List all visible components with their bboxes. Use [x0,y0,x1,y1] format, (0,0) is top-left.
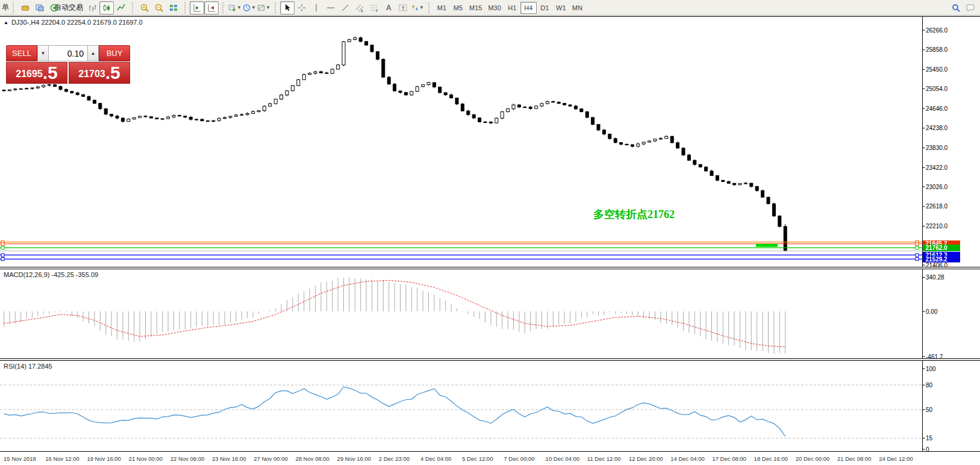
periods-button[interactable]: ▼ [242,1,257,14]
line-handle[interactable] [916,254,919,257]
line-handle[interactable] [916,258,919,261]
tile-windows-button[interactable] [166,1,181,14]
horizontal-line-button[interactable] [323,1,338,14]
label-icon: T [398,3,408,13]
dropdown-arrow-icon[interactable]: ▼ [419,5,424,10]
text-button[interactable]: A [381,1,396,14]
channel-icon: E [355,3,364,13]
timeframe-d1-button[interactable]: D1 [537,2,553,14]
tile-windows-icon [169,3,178,13]
candle-body [478,118,481,122]
timeframe-m15-button[interactable]: M15 [466,2,485,14]
autotrade-button[interactable]: 自动交易 [61,1,76,14]
timeframe-m30-button[interactable]: M30 [485,2,504,14]
candle-body [269,104,272,106]
timeframe-h1-button[interactable]: H1 [504,2,520,14]
line-handle[interactable] [916,242,919,245]
candle-body [620,143,623,145]
time-axis-label: 14 Dec 04:00 [670,455,705,462]
auto-scroll-button[interactable] [190,1,204,14]
market-watch-icon[interactable] [18,1,33,14]
timeframe-m5-button[interactable]: M5 [450,2,466,14]
label-button[interactable]: T [396,1,410,14]
candle-body [507,109,510,112]
timeframe-m1-button[interactable]: M1 [434,2,450,14]
candlestick-chart-canvas[interactable]: 26266.025858.025450.025054.024646.024238… [0,17,980,267]
window-icon[interactable] [33,1,47,14]
line-handle[interactable] [1,242,4,245]
time-axis[interactable]: 15 Nov 201816 Nov 12:0019 Nov 16:0021 No… [0,452,980,465]
bar-chart-button[interactable] [85,1,99,14]
volume-increase-button[interactable]: ▲ [87,45,99,61]
candle-body [2,90,5,91]
volume-input[interactable] [49,45,87,61]
line-handle[interactable] [1,258,4,261]
cursor-button[interactable] [280,1,295,14]
macd-axis-label: 0.00 [926,308,938,315]
collapse-triangle-icon[interactable]: ▲ [4,20,8,25]
line-chart-button[interactable] [114,1,128,14]
line-handle[interactable] [1,246,4,249]
candle-body [76,93,79,95]
candle-body [444,93,447,95]
zoom-in-button[interactable] [137,1,152,14]
templates-button[interactable]: ▼ [257,1,271,14]
trend-turning-point-annotation[interactable]: 多空转折点21762 [593,207,675,222]
candlestick-button[interactable] [99,1,114,14]
candle-body [14,89,17,90]
dropdown-arrow-icon[interactable]: ▼ [251,5,256,10]
time-axis-label: 20 Dec 00:00 [796,455,830,462]
candle-body [149,117,152,118]
new-chart-icon [228,3,236,13]
timeframe-h4-button[interactable]: H4 [520,2,537,14]
trendline-button[interactable] [338,1,352,14]
line-handle[interactable] [916,246,919,249]
macd-indicator-pane[interactable]: 340.280.00-461.7 MACD(12,26,9) -425.25 -… [0,269,980,359]
buy-price-display[interactable]: 21703.5 [69,62,130,84]
macd-chart-canvas[interactable]: 340.280.00-461.7 [0,269,980,358]
candle-body [217,119,220,120]
new-chart-button[interactable]: ▼ [228,1,242,14]
arrows-button[interactable]: ▼ [410,1,425,14]
highlight-segment[interactable] [756,244,778,247]
candle-body [665,136,668,138]
sell-button[interactable]: SELL [6,45,37,61]
zoom-out-button[interactable] [152,1,166,14]
price-axis-label: 23026.0 [926,184,948,190]
buy-button[interactable]: BUY [99,45,130,61]
channel-button[interactable]: E [352,1,367,14]
candle-body [693,160,696,164]
candle-body [778,216,781,226]
rsi-indicator-pane[interactable]: 1008050150 RSI(14) 17.2845 [0,360,980,452]
candle-body [523,107,526,108]
search-button[interactable] [949,1,963,14]
rsi-chart-canvas[interactable]: 1008050150 [0,361,980,451]
svg-text:F: F [376,9,378,13]
crosshair-button[interactable] [295,1,309,14]
timeframe-w1-button[interactable]: W1 [553,2,569,14]
candle-body [767,197,770,204]
candle-body [116,116,119,118]
chat-button[interactable] [963,1,978,14]
price-axis-label: 26266.0 [926,27,948,34]
sell-price-display[interactable]: 21695.5 [6,62,67,84]
vertical-line-button[interactable] [309,1,323,14]
rsi-axis-label: 100 [926,366,936,372]
time-axis-label: 5 Dec 12:00 [462,455,493,462]
text-icon: A [384,3,393,13]
timeframe-mn-button[interactable]: MN [569,2,585,14]
candle-body [546,102,549,104]
templates-icon [257,3,265,13]
fibonacci-button[interactable]: F [367,1,381,14]
candle-body [637,144,640,146]
chart-shift-button[interactable] [204,1,219,14]
dropdown-arrow-icon[interactable]: ▼ [237,5,242,10]
candlestick-icon [102,3,111,13]
volume-decrease-button[interactable]: ▼ [37,45,49,61]
order-label[interactable]: 单 [0,2,11,13]
main-chart-pane[interactable]: 26266.025858.025450.025054.024646.024238… [0,16,980,267]
time-axis-label: 15 Nov 2018 [4,455,36,462]
dropdown-arrow-icon[interactable]: ▼ [266,5,270,10]
line-handle[interactable] [1,254,4,257]
candle-body [552,102,555,102]
